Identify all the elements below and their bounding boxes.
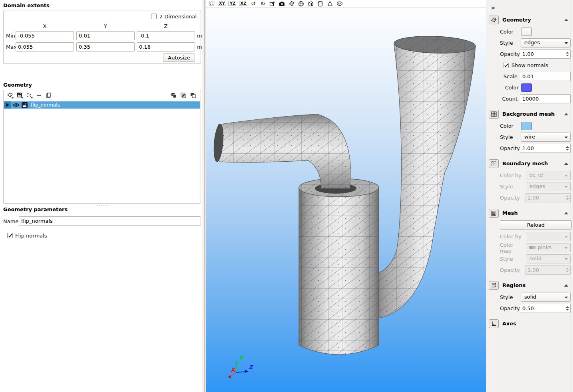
- column-header-y: Y: [76, 23, 135, 29]
- bgmesh-style-combo[interactable]: wire: [521, 133, 571, 142]
- mesh-colormap-value: pinks: [538, 244, 551, 250]
- autosize-button[interactable]: Autosize: [163, 53, 195, 62]
- geometry-section-icon[interactable]: [489, 16, 499, 24]
- app-window: Domain extents 2 Dimensional X Y Z Min m…: [0, 0, 573, 392]
- regions-opacity-spinbox[interactable]: [520, 304, 571, 313]
- axis-label-y: Y: [239, 354, 244, 362]
- flip-normals-checkbox[interactable]: [7, 233, 13, 238]
- bgmesh-color-button[interactable]: [521, 122, 532, 130]
- two-dimensional-checkbox[interactable]: [151, 14, 157, 19]
- geometry-color-button[interactable]: [521, 28, 532, 36]
- collapse-up-icon[interactable]: [564, 162, 568, 165]
- normals-scale-input[interactable]: [520, 72, 571, 81]
- mesh-colormap-combo: pinks: [526, 243, 571, 252]
- screenshot-icon[interactable]: [279, 0, 285, 7]
- zmax-input[interactable]: [137, 42, 195, 51]
- panel-collapse-button[interactable]: >: [489, 4, 497, 11]
- min-label: Min: [6, 33, 15, 39]
- xmax-input[interactable]: [16, 42, 74, 51]
- spin-down-icon[interactable]: [566, 55, 569, 56]
- flip-normals-label: Flip normals: [15, 233, 47, 239]
- background-mesh-section-title: Background mesh: [502, 111, 564, 117]
- collapse-up-icon[interactable]: [564, 19, 568, 21]
- boolean-union-icon[interactable]: [169, 91, 178, 99]
- domain-extents-box: 2 Dimensional X Y Z Min m Max m Autosize: [3, 10, 201, 64]
- geometry-name-input[interactable]: [19, 216, 201, 226]
- filter-wand-icon[interactable]: [25, 91, 34, 99]
- normals-count-input[interactable]: [520, 94, 571, 103]
- boolean-difference-icon[interactable]: [189, 91, 197, 99]
- geometry-style-combo[interactable]: edges: [521, 38, 571, 48]
- add-torus-icon[interactable]: [336, 0, 343, 7]
- boundary-colorby-value: bc_id: [529, 172, 543, 178]
- add-box-icon[interactable]: [307, 0, 314, 7]
- background-mesh-section-icon[interactable]: [489, 110, 499, 119]
- perspective-icon[interactable]: [269, 0, 276, 7]
- regions-style-label: Style: [500, 294, 521, 300]
- geometry-title: Geometry: [3, 82, 32, 88]
- mesh-colorby-label: Color by: [500, 234, 526, 240]
- panel-splitter[interactable]: [203, 0, 206, 392]
- copy-icon[interactable]: [44, 91, 53, 99]
- column-header-z: Z: [137, 23, 195, 29]
- add-stl-icon[interactable]: [16, 91, 24, 99]
- geometry-toolbar: [4, 90, 201, 101]
- axes-section-icon[interactable]: [489, 319, 499, 328]
- view-yz-button[interactable]: YZ: [229, 0, 237, 7]
- boolean-intersect-icon[interactable]: [179, 91, 188, 99]
- ymin-input[interactable]: [76, 31, 135, 40]
- section-geometry: Geometry Color Style edges Opacity Show …: [489, 15, 571, 103]
- render-canvas[interactable]: Y Z X: [206, 8, 486, 392]
- section-mesh: Mesh Reload Color by Color map pinks Sty…: [489, 208, 571, 275]
- normals-color-label: Color: [500, 85, 521, 91]
- bgmesh-opacity-spinbox[interactable]: [520, 144, 571, 153]
- mesh-section-icon[interactable]: [489, 209, 499, 218]
- boundary-style-combo: edges: [526, 182, 571, 191]
- geometry-item-flip-normals[interactable]: flip_normals: [4, 101, 200, 109]
- regions-style-combo[interactable]: solid: [521, 293, 571, 302]
- add-cone-icon[interactable]: [326, 0, 333, 7]
- normals-color-button[interactable]: [521, 83, 532, 92]
- add-geometry-icon[interactable]: [6, 91, 15, 99]
- rotate-left-icon[interactable]: ↺: [250, 0, 257, 7]
- ymax-input[interactable]: [76, 42, 135, 51]
- reset-view-icon[interactable]: [208, 0, 215, 7]
- geometry-opacity-label: Opacity: [500, 51, 520, 57]
- geometry-visibility-icon[interactable]: [288, 0, 295, 7]
- view-xz-button[interactable]: XZ: [239, 0, 247, 7]
- mesh-reload-button[interactable]: Reload: [500, 220, 572, 230]
- geometry-section-title: Geometry: [502, 17, 564, 23]
- regions-section-icon[interactable]: [489, 281, 499, 290]
- boundary-mesh-section-icon[interactable]: [489, 159, 499, 168]
- mesh-opacity-label: Opacity: [500, 267, 525, 273]
- spin-up-icon[interactable]: [566, 52, 569, 53]
- show-normals-checkbox[interactable]: [503, 63, 509, 68]
- xmin-input[interactable]: [16, 31, 74, 40]
- mesh-opacity-spinbox: [525, 265, 571, 275]
- rotate-right-icon[interactable]: ↻: [259, 0, 266, 7]
- add-cylinder-icon[interactable]: [317, 0, 324, 7]
- boundary-opacity-spinbox: [525, 193, 571, 202]
- splitter-handle[interactable]: [97, 204, 108, 206]
- collapse-up-icon[interactable]: [564, 284, 568, 287]
- collapse-up-icon[interactable]: [564, 212, 568, 214]
- zmin-input[interactable]: [137, 31, 195, 40]
- section-regions: Regions Style solid Opacity: [489, 281, 571, 313]
- boundary-opacity-label: Opacity: [500, 195, 525, 201]
- stl-file-icon: [22, 102, 28, 108]
- visibility-eye-icon[interactable]: [13, 103, 20, 107]
- view-xy-button[interactable]: XY: [218, 0, 226, 7]
- remove-icon[interactable]: [35, 91, 44, 99]
- expander-icon[interactable]: [4, 101, 11, 109]
- mesh-style-value: solid: [529, 255, 541, 261]
- bgmesh-opacity-label: Opacity: [500, 145, 520, 151]
- normals-scale-label: Scale: [500, 73, 520, 79]
- show-normals-label: Show normals: [511, 62, 548, 68]
- section-background-mesh: Background mesh Color Style wire Opacity: [489, 109, 571, 153]
- geometry-opacity-spinbox[interactable]: [520, 49, 571, 59]
- regions-style-value: solid: [524, 294, 536, 300]
- collapse-up-icon[interactable]: [564, 113, 568, 115]
- view-xy-label: XY: [218, 1, 226, 6]
- viewport: XY YZ XZ ↺ ↻: [206, 0, 486, 392]
- add-sphere-icon[interactable]: [298, 0, 304, 7]
